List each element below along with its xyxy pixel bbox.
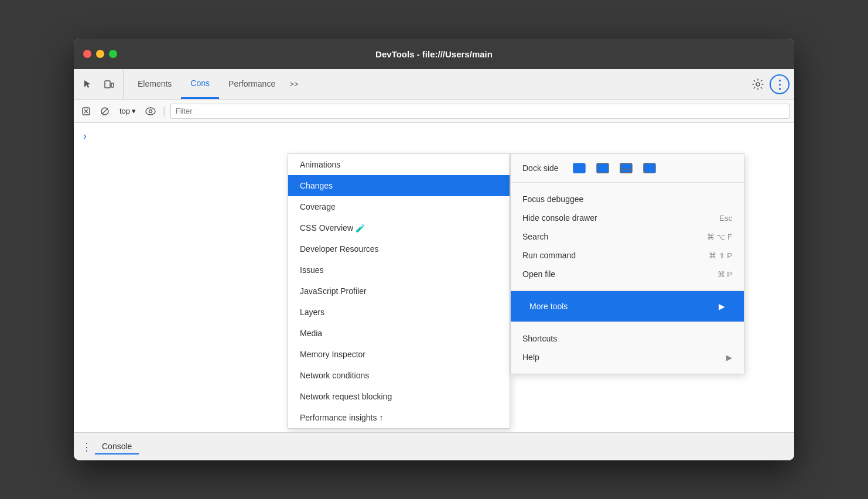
dropdown-overlay: Animations Changes Coverage CSS Overview… — [74, 123, 794, 432]
right-menu-help[interactable]: Help ▶ — [522, 348, 732, 367]
window-title: DevTools - file:///Users/main — [375, 49, 493, 59]
more-options-button[interactable]: ⋮ — [770, 74, 790, 94]
menu-item-media[interactable]: Media — [288, 323, 510, 344]
main-content: › Animations Changes Coverage CSS Overvi… — [74, 123, 794, 432]
right-menu-actions: Focus debuggee Hide console drawer Esc S… — [511, 183, 744, 291]
console-prompt: › — [74, 123, 794, 149]
svg-rect-12 — [597, 168, 609, 173]
right-menu-search[interactable]: Search ⌘ ⌥ F — [522, 227, 732, 246]
bottom-bar: ⋮ Console — [74, 432, 794, 460]
tabbar-icons — [78, 69, 124, 99]
eye-icon[interactable] — [143, 104, 158, 119]
right-menu-run-command[interactable]: Run command ⌘ ⇧ P — [522, 246, 732, 265]
svg-rect-10 — [573, 163, 578, 173]
dock-side-row: Dock side — [522, 161, 732, 175]
right-menu-focus-debuggee[interactable]: Focus debuggee — [522, 190, 732, 209]
dock-left-icon[interactable] — [572, 161, 586, 175]
svg-rect-16 — [651, 163, 655, 173]
tabbar: Elements Cons Performance >> ⋮ — [74, 69, 794, 100]
dropdown-arrow-icon: ▾ — [132, 107, 136, 115]
dock-bottom-split-icon[interactable] — [596, 161, 610, 175]
no-icon[interactable] — [97, 104, 112, 119]
svg-rect-1 — [111, 83, 114, 87]
maximize-button[interactable] — [109, 50, 117, 58]
select-element-icon[interactable] — [78, 75, 97, 94]
more-tools-menu: Animations Changes Coverage CSS Overview… — [288, 153, 510, 429]
settings-button[interactable] — [749, 75, 767, 94]
tabbar-right: ⋮ — [749, 69, 790, 99]
right-menu-shortcuts[interactable]: Shortcuts — [522, 329, 732, 348]
close-button[interactable] — [83, 50, 91, 58]
menu-item-changes[interactable]: Changes — [288, 175, 510, 196]
devtools-body: Elements Cons Performance >> ⋮ — [74, 69, 794, 460]
filter-input[interactable] — [170, 104, 790, 119]
right-menu-more-tools-section: More tools ▶ — [511, 291, 744, 322]
titlebar-buttons — [83, 50, 117, 58]
menu-item-animations[interactable]: Animations — [288, 154, 510, 175]
menu-item-issues[interactable]: Issues — [288, 259, 510, 281]
svg-point-8 — [149, 110, 152, 112]
menu-item-js-profiler[interactable]: JavaScript Profiler — [288, 281, 510, 302]
right-menu-open-file[interactable]: Open file ⌘ P — [522, 265, 732, 283]
console-toolbar: top ▾ | — [74, 100, 794, 123]
menu-item-developer-resources[interactable]: Developer Resources — [288, 238, 510, 259]
right-menu-more-tools[interactable]: More tools ▶ — [522, 297, 732, 316]
devtools-window: DevTools - file:///Users/main El — [74, 39, 794, 460]
right-context-menu: Dock side — [510, 153, 744, 374]
menu-item-performance-insights[interactable]: Performance insights ↑ — [288, 407, 510, 428]
svg-rect-13 — [620, 163, 632, 173]
context-dropdown[interactable]: top ▾ — [116, 105, 139, 117]
bottom-console-tab[interactable]: Console — [95, 439, 139, 454]
dock-bottom-icon[interactable] — [619, 161, 633, 175]
right-menu-bottom: Shortcuts Help ▶ — [511, 322, 744, 374]
menu-item-network-conditions[interactable]: Network conditions — [288, 365, 510, 386]
dock-side-section: Dock side — [511, 154, 744, 183]
menu-item-layers[interactable]: Layers — [288, 302, 510, 323]
menu-item-css-overview[interactable]: CSS Overview 🧪 — [288, 217, 510, 238]
device-toolbar-icon[interactable] — [100, 75, 118, 94]
svg-line-6 — [102, 108, 108, 114]
clear-console-button[interactable] — [78, 104, 94, 119]
svg-point-7 — [146, 108, 155, 115]
tab-elements[interactable]: Elements — [128, 69, 181, 99]
dock-side-label: Dock side — [522, 163, 558, 173]
bottom-more-button[interactable]: ⋮ — [78, 439, 95, 455]
titlebar: DevTools - file:///Users/main — [74, 39, 794, 69]
tab-performance[interactable]: Performance — [219, 69, 285, 99]
right-menu-hide-console[interactable]: Hide console drawer Esc — [522, 209, 732, 227]
menu-item-coverage[interactable]: Coverage — [288, 196, 510, 217]
menu-item-memory-inspector[interactable]: Memory Inspector — [288, 344, 510, 365]
tab-console[interactable]: Cons — [181, 69, 219, 99]
menu-item-network-request-blocking[interactable]: Network request blocking — [288, 386, 510, 407]
svg-rect-0 — [105, 81, 110, 88]
tab-more[interactable]: >> — [285, 69, 303, 99]
minimize-button[interactable] — [96, 50, 104, 58]
dock-right-icon[interactable] — [643, 161, 657, 175]
